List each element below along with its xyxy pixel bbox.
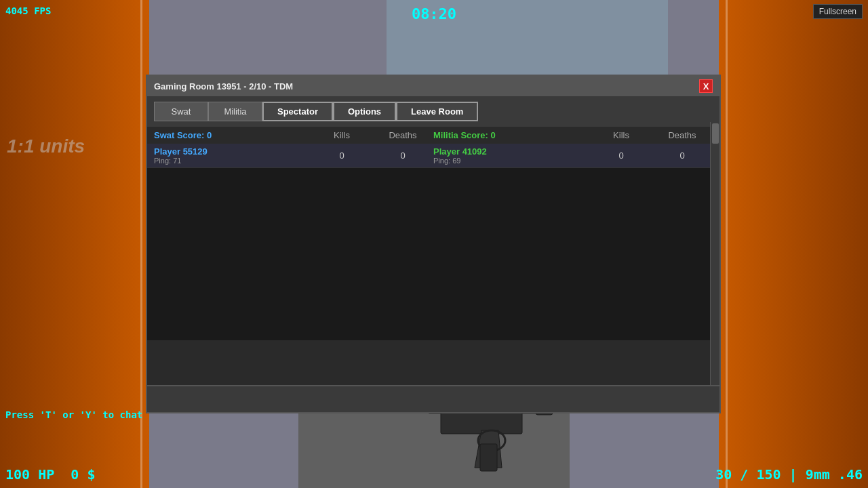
players-area: Player 55129 Ping: 71 0 0 Player 41092 P…	[147, 144, 719, 340]
militia-kills-header: Kills	[591, 130, 652, 140]
militia-player-ping: Ping: 69	[433, 157, 591, 165]
militia-player-kills: 0	[591, 146, 652, 165]
militia-player-deaths: 0	[652, 146, 713, 165]
swat-player-ping: Ping: 71	[154, 157, 311, 165]
tab-leave-room[interactable]: Leave Room	[396, 102, 478, 121]
swat-player-name: Player 55129	[154, 146, 311, 157]
swat-kills-header: Kills	[311, 130, 372, 140]
tab-options[interactable]: Options	[333, 102, 396, 121]
table-row: Player 55129 Ping: 71 0 0 Player 41092 P…	[147, 144, 719, 168]
money-value: 0 $	[71, 466, 95, 483]
swat-player-info: Player 55129 Ping: 71	[154, 146, 311, 165]
health-display: 100 HP 0 $	[5, 466, 95, 483]
right-wall	[719, 0, 868, 488]
tab-militia[interactable]: Militia	[208, 102, 262, 121]
swat-player-kills: 0	[311, 146, 372, 165]
tab-swat[interactable]: Swat	[154, 102, 208, 121]
tab-spectator[interactable]: Spectator	[262, 102, 333, 121]
militia-player-info: Player 41092 Ping: 69	[433, 146, 591, 165]
dialog-scrollbar[interactable]	[710, 122, 719, 385]
dialog-tabs: Swat Militia Spectator Options Leave Roo…	[147, 96, 719, 127]
health-value: 100 HP	[5, 466, 54, 483]
swat-score-label: Swat Score: 0	[154, 130, 311, 140]
fps-counter: 4045 FPS	[5, 5, 51, 16]
swat-player-deaths: 0	[372, 146, 433, 165]
dialog-titlebar: Gaming Room 13951 - 2/10 - TDM X	[147, 76, 719, 96]
svg-rect-6	[480, 444, 497, 471]
militia-player-name: Player 41092	[433, 146, 591, 157]
militia-deaths-header: Deaths	[652, 130, 713, 140]
ammo-display: 30 / 150 | 9mm .46	[715, 466, 863, 483]
dialog-close-button[interactable]: X	[699, 79, 713, 93]
chat-hint: Press 'T' or 'Y' to chat	[5, 409, 142, 420]
dialog-title: Gaming Room 13951 - 2/10 - TDM	[154, 81, 293, 92]
wall-label: 1:1 units	[7, 136, 85, 157]
game-room-dialog: Gaming Room 13951 - 2/10 - TDM X Swat Mi…	[146, 75, 721, 413]
dialog-footer	[147, 385, 719, 412]
scrollbar-thumb[interactable]	[712, 123, 719, 144]
game-timer: 08:20	[412, 5, 456, 22]
fullscreen-button[interactable]: Fullscreen	[813, 4, 863, 19]
swat-deaths-header: Deaths	[372, 130, 433, 140]
militia-score-label: Militia Score: 0	[433, 130, 591, 140]
score-header: Swat Score: 0 Kills Deaths Militia Score…	[147, 127, 719, 144]
